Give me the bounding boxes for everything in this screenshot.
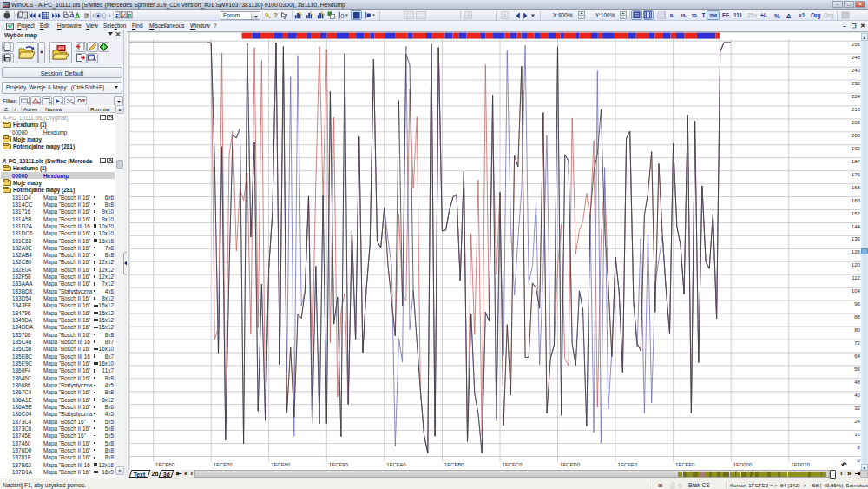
svg-text:V: V [122, 13, 125, 18]
svg-text:1FD000: 1FD000 [733, 461, 753, 467]
svg-text:1FCFB0: 1FCFB0 [444, 461, 464, 467]
svg-text:144: 144 [852, 223, 861, 229]
svg-text:120: 120 [852, 261, 861, 268]
svg-text:P: P [128, 13, 131, 18]
svg-text:176: 176 [852, 171, 861, 177]
svg-text:56: 56 [854, 366, 860, 372]
svg-text:160: 160 [852, 197, 861, 203]
svg-text:232: 232 [852, 80, 861, 86]
svg-text:224: 224 [852, 93, 861, 99]
svg-text:256: 256 [852, 41, 861, 47]
svg-text:1FCF60: 1FCF60 [155, 461, 175, 467]
svg-text:32: 32 [854, 405, 860, 411]
svg-text:1FCF80: 1FCF80 [271, 461, 291, 467]
svg-text:?: ? [285, 12, 288, 17]
svg-text:48: 48 [854, 379, 860, 385]
svg-text:248: 248 [852, 54, 861, 60]
svg-text:24: 24 [854, 418, 860, 424]
svg-text:184: 184 [852, 158, 861, 164]
svg-text:1FCFE0: 1FCFE0 [618, 461, 638, 467]
svg-text:1FCFF0: 1FCFF0 [675, 461, 695, 467]
svg-text:96: 96 [854, 301, 860, 307]
svg-text:↶: ↶ [840, 461, 847, 469]
svg-text:64: 64 [854, 353, 860, 359]
svg-text:16: 16 [854, 431, 860, 437]
svg-text:152: 152 [852, 210, 861, 216]
svg-text:128: 128 [852, 248, 861, 254]
svg-text:200: 200 [852, 132, 861, 138]
svg-text:0: 0 [340, 13, 344, 19]
svg-text:136: 136 [852, 235, 861, 241]
svg-text:192: 192 [852, 145, 861, 151]
svg-text:40: 40 [854, 392, 860, 398]
svg-text:104: 104 [852, 287, 861, 294]
svg-text:1FD010: 1FD010 [791, 461, 810, 467]
svg-text:72: 72 [854, 340, 860, 346]
svg-text:80: 80 [854, 327, 860, 333]
svg-text:168: 168 [852, 184, 861, 190]
svg-text:F: F [115, 13, 119, 18]
svg-text:1FCF90: 1FCF90 [329, 461, 349, 467]
svg-text:1FCF70: 1FCF70 [214, 461, 233, 467]
svg-text:88: 88 [854, 314, 860, 320]
svg-text:240: 240 [852, 67, 861, 73]
svg-text:112: 112 [852, 274, 860, 281]
svg-text:1FCFA0: 1FCFA0 [386, 461, 406, 467]
svg-text:1FCFC0: 1FCFC0 [503, 461, 523, 467]
svg-text:216: 216 [852, 106, 861, 112]
svg-text:1FCFD0: 1FCFD0 [560, 461, 581, 467]
svg-text:208: 208 [852, 119, 861, 125]
